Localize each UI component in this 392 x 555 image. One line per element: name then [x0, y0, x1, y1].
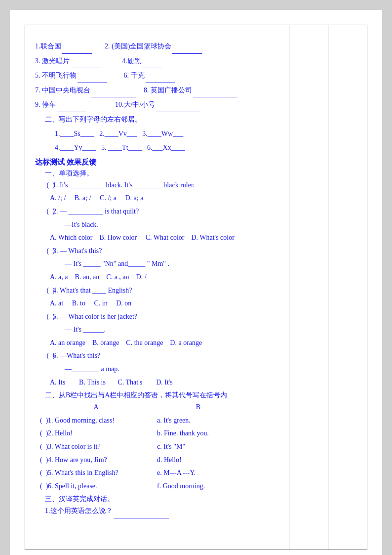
q9-label: 9. 停车: [35, 101, 56, 108]
main-content: 1.联合国 2. (美国)全国篮球协会 3. 激光唱片 4.硬黑 5. 不明飞行…: [25, 25, 289, 550]
q3-paren: ( ): [45, 245, 53, 258]
page-container: 1.联合国 2. (美国)全国篮球协会 3. 激光唱片 4.硬黑 5. 不明飞行…: [10, 10, 382, 555]
part3-q1-blank: [114, 505, 169, 518]
q8-blank: [193, 84, 237, 98]
match-row-2: ( )2. Hello! b. Fine. thank you.: [40, 427, 274, 440]
q3-blank: [71, 55, 100, 69]
q6-blank: [146, 69, 175, 83]
q4-label: 4.硬黑: [122, 57, 141, 65]
part-match-title: 二、从B栏中找出与A栏中相应的答语，将其代号写在括号内: [45, 391, 279, 400]
match-col-b-header: B: [147, 401, 249, 414]
match-b-4: d. Hello!: [157, 454, 274, 467]
q2-paren: ( ): [45, 205, 53, 218]
line-1-2: 1.联合国 2. (美国)全国篮球协会: [35, 40, 279, 54]
match-b-5: e. M---A ---Y.: [157, 467, 274, 480]
match-row-5: ( )5. What's this in English? e. M---A -…: [40, 467, 274, 480]
part2-row1: 1.____Ss____ 2.____Vv___ 3.____Ww___: [55, 128, 279, 141]
q10-blank: [156, 98, 200, 112]
daibiao-title: 达标测试 效果反馈: [35, 158, 279, 167]
q1-label: 1.联合国: [35, 43, 61, 50]
q5-options: A. an orange B. orange C. the orange D. …: [50, 337, 279, 350]
match-row-1: ( )1. Good morning, class! a. It's green…: [40, 414, 274, 427]
match-b-3: c. It's "M": [157, 440, 274, 454]
q-sc-5: ( )5. — What color is her jacket?: [45, 310, 279, 324]
q3-label: 3. 激光唱片: [35, 57, 70, 65]
match-header: A B: [45, 401, 249, 414]
q4-blank: [142, 55, 162, 69]
q5-paren: ( ): [45, 310, 53, 324]
q5-blank: [78, 69, 107, 83]
q5-label: 5. 不明飞行物: [35, 72, 77, 79]
match-a-6: ( )6. Spell it, please.: [40, 480, 157, 493]
q9-blank: [57, 98, 86, 112]
match-b-6: f. Good morning.: [157, 480, 274, 493]
q1-options: A. /; / B. a; / C. /; a D. a; a: [50, 192, 279, 205]
q-sc-4: ( )4. What's that ____ English?: [45, 284, 279, 298]
part2-title: 二、写出下列字母的左右邻居。: [45, 113, 279, 127]
q3-options: A. a, a B. an, an C. a , an D. /: [50, 271, 279, 284]
line-9-10: 9. 停车 10.大/中/小号: [35, 98, 279, 112]
q7-blank: [91, 84, 136, 98]
q7-label: 7. 中国中央电视台: [35, 86, 90, 94]
part3-q1: 1.这个用英语怎么说？: [45, 505, 279, 518]
q4-paren: ( ): [45, 284, 53, 298]
match-a-5: ( )5. What's this in English?: [40, 467, 157, 480]
match-a-1: ( )1. Good morning, class!: [40, 414, 157, 427]
q-sc-1: ( )1. It's __________ black. It's ______…: [45, 179, 279, 192]
q2-sub: —It's black.: [65, 218, 279, 232]
q1-paren: ( ): [45, 179, 53, 192]
q1-blank: [62, 40, 92, 54]
line-7-8: 7. 中国中央电视台 8. 英国广播公司: [35, 84, 279, 98]
q5-sub: — It's ______.: [65, 323, 279, 337]
q6-options: A. Its B. This is C. That's D. It's: [50, 376, 279, 389]
q6-label: 6. 千克: [124, 72, 145, 79]
line-5-6: 5. 不明飞行物 6. 千克: [35, 69, 279, 83]
match-row-6: ( )6. Spell it, please. f. Good morning.: [40, 480, 274, 493]
line-3-4: 3. 激光唱片 4.硬黑: [35, 55, 279, 69]
q-sc-3: ( )3. — What's this?: [45, 245, 279, 258]
match-b-1: a. It's green.: [157, 414, 274, 427]
q4-options: A. at B. to C. in D. on: [50, 297, 279, 310]
part3-title: 三、汉译英完成对话。: [45, 495, 279, 504]
match-a-2: ( )2. Hello!: [40, 427, 157, 440]
match-row-4: ( )4. How are you, Jim? d. Hello!: [40, 454, 274, 467]
q-sc-2: ( )2. — __________ is that quilt?: [45, 205, 279, 218]
q2-label: 2. (美国)全国篮球协会: [105, 43, 171, 50]
q10-label: 10.大/中/小号: [115, 101, 155, 108]
part2-row2: 4.____Yy____ 5. ____Tt____ 6.___Xx____: [55, 141, 279, 155]
match-col-a-header: A: [45, 401, 147, 414]
q8-label: 8. 英国广播公司: [144, 86, 192, 94]
right-col-1: [289, 25, 328, 550]
match-a-4: ( )4. How are you, Jim?: [40, 454, 157, 467]
match-row-3: ( )3. What color is it? c. It's "M": [40, 440, 274, 454]
match-b-2: b. Fine. thank you.: [157, 427, 274, 440]
q6-sub: —________ a map.: [65, 363, 279, 376]
right-columns: [289, 25, 367, 550]
q2-blank: [172, 40, 202, 54]
q2-options: A. Which color B. How color C. What colo…: [50, 231, 279, 245]
single-choice-title: 一、单项选择。: [45, 169, 279, 178]
q3-sub: — It's _____ "Nn" and_____ " Mm" .: [65, 257, 279, 271]
right-col-2: [328, 25, 367, 550]
q-sc-6: ( )6. —What's this?: [45, 349, 279, 363]
q6-paren: ( ): [45, 349, 53, 363]
match-a-3: ( )3. What color is it?: [40, 440, 157, 454]
